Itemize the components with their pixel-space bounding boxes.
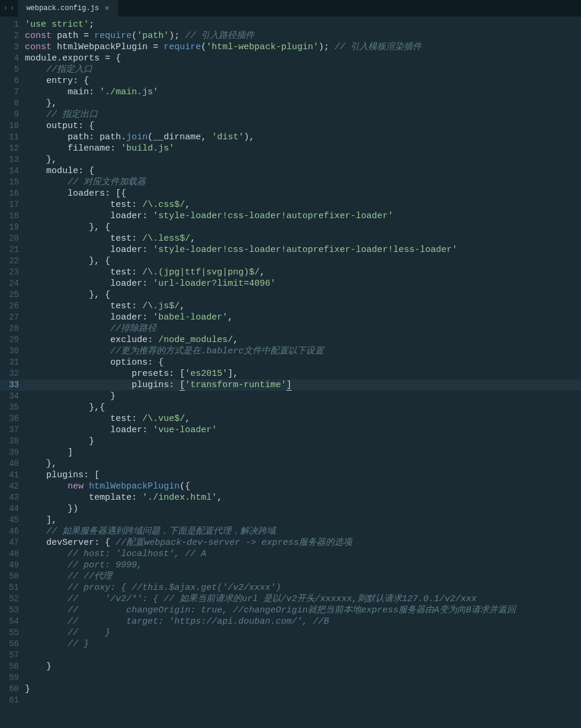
code-line[interactable]: template: './index.html',: [25, 492, 581, 503]
line-number: 26: [0, 301, 25, 312]
tab-filename: webpack.config.js: [26, 4, 98, 12]
line-number: 58: [0, 661, 25, 672]
code-line[interactable]: }: [25, 684, 581, 695]
code-line[interactable]: path: path.join(__dirname, 'dist'),: [25, 132, 581, 143]
line-number: 17: [0, 199, 25, 210]
code-line[interactable]: // '/v2/*': { // 如果当前请求的url 是以/v2开头/xxxx…: [25, 593, 581, 605]
code-line[interactable]: }: [25, 661, 581, 672]
code-line[interactable]: plugins: ['transform-runtime']: [25, 379, 581, 391]
line-number: 27: [0, 312, 25, 323]
code-line[interactable]: devServer: { //配置webpack-dev-server -> e…: [25, 537, 581, 548]
code-line[interactable]: loaders: [{: [25, 188, 581, 199]
line-number: 60: [0, 684, 25, 695]
line-number: 41: [0, 470, 25, 481]
line-number: 22: [0, 256, 25, 267]
nav-left-icon[interactable]: ‹: [4, 4, 8, 12]
line-number: 3: [0, 41, 25, 53]
code-line[interactable]: filename: 'build.js': [25, 143, 581, 154]
code-line[interactable]: //更为推荐的方式是在.bablerc文件中配置以下设置: [25, 346, 581, 357]
code-line[interactable]: options: {: [25, 357, 581, 368]
code-line[interactable]: test: /\.(jpg|ttf|svg|png)$/,: [25, 267, 581, 278]
line-number: 29: [0, 334, 25, 346]
line-number: 5: [0, 64, 25, 75]
code-line[interactable]: main: './main.js': [25, 87, 581, 98]
code-line[interactable]: },{: [25, 402, 581, 413]
code-line[interactable]: // proxy: { //this.$ajax.get('/v2/xxxx'): [25, 582, 581, 593]
code-line[interactable]: }: [25, 436, 581, 447]
code-line[interactable]: ]: [25, 447, 581, 458]
code-line[interactable]: loader: 'url-loader?limit=4096': [25, 278, 581, 289]
line-number: 56: [0, 638, 25, 650]
line-number: 47: [0, 537, 25, 548]
line-number: 40: [0, 458, 25, 470]
code-line[interactable]: [25, 695, 581, 706]
code-line[interactable]: test: /\.less$/,: [25, 233, 581, 244]
code-line[interactable]: // target: 'https://api.douban.com/', //…: [25, 616, 581, 627]
code-line[interactable]: },: [25, 98, 581, 109]
line-number: 31: [0, 357, 25, 368]
code-line[interactable]: loader: 'vue-loader': [25, 424, 581, 436]
code-line[interactable]: loader: 'style-loader!css-loader!autopre…: [25, 210, 581, 222]
code-line[interactable]: //指定入口: [25, 64, 581, 75]
close-icon[interactable]: ×: [105, 4, 110, 13]
line-number: 25: [0, 289, 25, 301]
line-number: 20: [0, 233, 25, 244]
code-line[interactable]: },: [25, 154, 581, 165]
code-line[interactable]: exclude: /node_modules/,: [25, 334, 581, 346]
line-number: 6: [0, 75, 25, 87]
code-line[interactable]: // changeOrigin: true, //changeOrigin就把当…: [25, 605, 581, 616]
line-number: 30: [0, 346, 25, 357]
code-line[interactable]: test: /\.css$/,: [25, 199, 581, 210]
code-line[interactable]: plugins: [: [25, 470, 581, 481]
code-line[interactable]: // }: [25, 627, 581, 638]
code-line[interactable]: // }: [25, 638, 581, 650]
line-number: 49: [0, 560, 25, 571]
line-number: 53: [0, 605, 25, 616]
line-number: 18: [0, 210, 25, 222]
code-line[interactable]: //排除路径: [25, 323, 581, 334]
code-line[interactable]: // port: 9999,: [25, 560, 581, 571]
code-line[interactable]: // host: 'localhost', // A: [25, 548, 581, 560]
code-line[interactable]: const htmlWebpackPlugin = require('html-…: [25, 41, 581, 53]
code-line[interactable]: new htmlWebpackPlugin({: [25, 481, 581, 492]
code-line[interactable]: }): [25, 503, 581, 515]
code-line[interactable]: module: {: [25, 165, 581, 177]
code-line[interactable]: }, {: [25, 289, 581, 301]
line-number: 32: [0, 368, 25, 379]
code-line[interactable]: module.exports = {: [25, 53, 581, 64]
code-line[interactable]: test: /\.js$/,: [25, 301, 581, 312]
code-line[interactable]: [25, 650, 581, 661]
line-number: 52: [0, 593, 25, 605]
code-line[interactable]: }, {: [25, 256, 581, 267]
line-number: 54: [0, 616, 25, 627]
code-line[interactable]: 'use strict';: [25, 19, 581, 30]
line-number: 13: [0, 154, 25, 165]
code-line[interactable]: // 指定出口: [25, 109, 581, 120]
code-line[interactable]: loader: 'style-loader!css-loader!autopre…: [25, 244, 581, 256]
code-line[interactable]: // //代理: [25, 571, 581, 582]
code-line[interactable]: ],: [25, 515, 581, 526]
code-line[interactable]: }, {: [25, 222, 581, 233]
nav-right-icon[interactable]: ›: [10, 4, 14, 12]
code-line[interactable]: entry: {: [25, 75, 581, 87]
code-line[interactable]: test: /\.vue$/,: [25, 413, 581, 424]
code-line[interactable]: output: {: [25, 120, 581, 132]
line-number: 23: [0, 267, 25, 278]
editor-tab[interactable]: webpack.config.js ×: [18, 0, 118, 17]
line-number: 45: [0, 515, 25, 526]
line-number: 44: [0, 503, 25, 515]
code-line[interactable]: // 对应文件加载器: [25, 177, 581, 188]
tab-nav-arrows: ‹ ›: [0, 0, 18, 17]
code-line[interactable]: [25, 672, 581, 684]
line-number: 42: [0, 481, 25, 492]
code-line[interactable]: }: [25, 391, 581, 402]
line-number: 48: [0, 548, 25, 560]
code-line[interactable]: loader: 'babel-loader',: [25, 312, 581, 323]
line-number: 35: [0, 402, 25, 413]
code-line[interactable]: },: [25, 458, 581, 470]
code-line[interactable]: presets: ['es2015'],: [25, 368, 581, 379]
code-line[interactable]: // 如果服务器遇到跨域问题，下面是配置代理，解决跨域: [25, 526, 581, 537]
code-area[interactable]: 'use strict';const path = require('path'…: [25, 17, 581, 706]
code-line[interactable]: const path = require('path'); // 引入路径插件: [25, 30, 581, 41]
line-number: 14: [0, 165, 25, 177]
